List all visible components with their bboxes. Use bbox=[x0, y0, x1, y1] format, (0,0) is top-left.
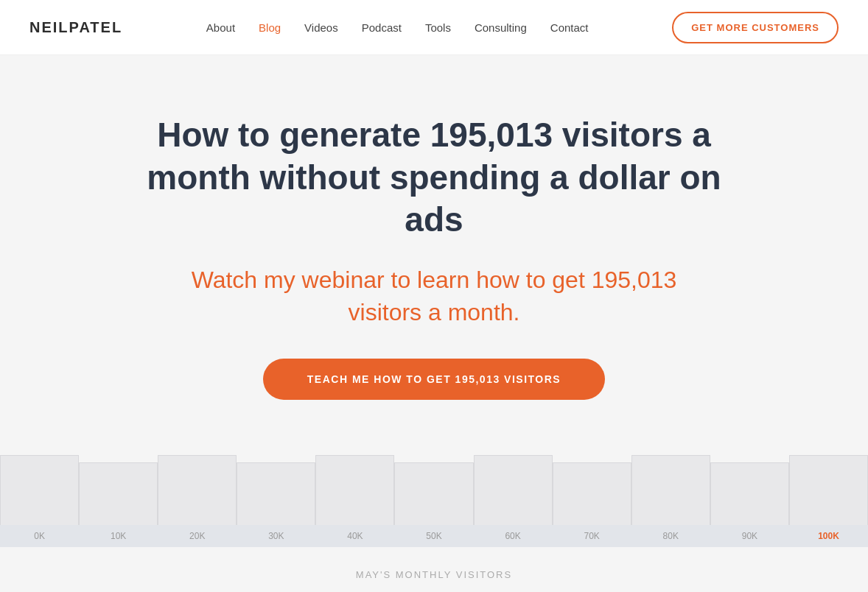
axis-label: 50K bbox=[394, 531, 473, 541]
nav-link-about[interactable]: About bbox=[206, 21, 235, 34]
chart-bar bbox=[710, 462, 789, 525]
chart-bars bbox=[0, 437, 868, 525]
axis-label: 10K bbox=[79, 531, 158, 541]
hero-cta-button[interactable]: TEACH ME HOW TO GET 195,013 VISITORS bbox=[263, 359, 605, 400]
axis-label: 30K bbox=[237, 531, 315, 541]
axis-label: 60K bbox=[474, 531, 553, 541]
nav-link-tools[interactable]: Tools bbox=[425, 21, 451, 34]
chart-bar bbox=[158, 455, 237, 525]
chart-x-axis: 0K10K20K30K40K50K60K70K80K90K100K bbox=[0, 525, 868, 547]
chart-label: MAY'S MONTHLY VISITORS bbox=[0, 547, 868, 592]
axis-label: 100K bbox=[789, 531, 868, 541]
chart-bar bbox=[789, 455, 868, 525]
site-logo[interactable]: NEILPATEL bbox=[29, 19, 122, 36]
nav-link-videos[interactable]: Videos bbox=[304, 21, 338, 34]
site-header: NEILPATEL AboutBlogVideosPodcastToolsCon… bbox=[0, 0, 868, 55]
chart-bar bbox=[237, 462, 315, 525]
chart-bar bbox=[553, 462, 631, 525]
nav-link-consulting[interactable]: Consulting bbox=[475, 21, 527, 34]
nav-link-blog[interactable]: Blog bbox=[259, 21, 281, 34]
chart-bar bbox=[315, 455, 394, 525]
axis-label: 80K bbox=[631, 531, 710, 541]
nav-link-contact[interactable]: Contact bbox=[550, 21, 589, 34]
axis-label: 70K bbox=[553, 531, 631, 541]
axis-label: 20K bbox=[158, 531, 237, 541]
nav-link-podcast[interactable]: Podcast bbox=[362, 21, 402, 34]
chart-bar bbox=[631, 455, 710, 525]
chart-container: 0K10K20K30K40K50K60K70K80K90K100K MAY'S … bbox=[0, 437, 868, 592]
hero-title: How to generate 195,013 visitors a month… bbox=[117, 114, 751, 242]
axis-label: 0K bbox=[0, 531, 79, 541]
main-nav: AboutBlogVideosPodcastToolsConsultingCon… bbox=[206, 21, 589, 34]
chart-bar bbox=[0, 455, 79, 525]
axis-label: 40K bbox=[315, 531, 394, 541]
hero-section: How to generate 195,013 visitors a month… bbox=[0, 55, 868, 437]
chart-bar bbox=[79, 462, 158, 525]
chart-bar bbox=[394, 462, 473, 525]
get-more-customers-button[interactable]: GET MORE CUSTOMERS bbox=[672, 12, 839, 43]
hero-subtitle: Watch my webinar to learn how to get 195… bbox=[191, 264, 677, 330]
axis-label: 90K bbox=[710, 531, 789, 541]
chart-bar bbox=[474, 455, 553, 525]
